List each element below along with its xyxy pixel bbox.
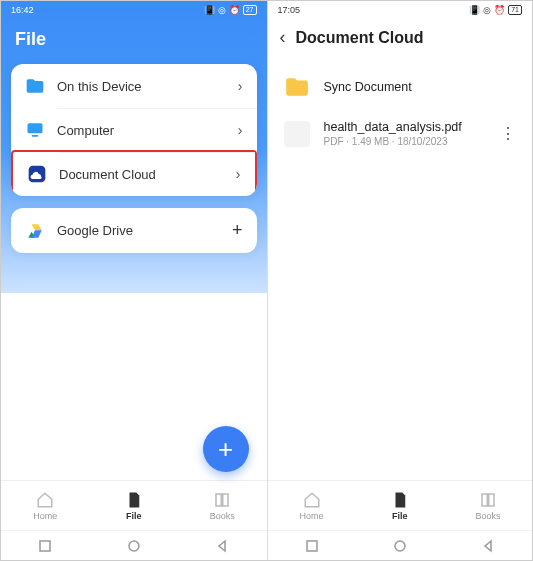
row-on-this-device[interactable]: On this Device › xyxy=(11,64,257,108)
battery-badge: 27 xyxy=(243,5,257,15)
file-icon xyxy=(391,491,409,509)
tab-books[interactable]: Books xyxy=(178,481,267,530)
bottom-tabs: Home File Books xyxy=(1,480,267,530)
nav-recent-button[interactable] xyxy=(38,539,52,553)
tab-home[interactable]: Home xyxy=(268,481,356,530)
tab-label: Home xyxy=(33,511,57,521)
empty-space xyxy=(268,161,533,480)
gdrive-card: Google Drive + xyxy=(11,208,257,253)
row-file-pdf[interactable]: health_data_analysis.pdf PDF · 1.49 MB ·… xyxy=(268,110,533,157)
status-icons: 📳 ◎ ⏰ 27 xyxy=(204,5,257,15)
alarm-icon: ⏰ xyxy=(229,5,240,15)
android-nav-bar xyxy=(1,530,267,560)
item-name: Sync Document xyxy=(324,80,517,94)
status-bar: 16:42 📳 ◎ ⏰ 27 xyxy=(1,1,267,19)
svg-marker-5 xyxy=(32,230,42,238)
svg-rect-0 xyxy=(28,123,43,133)
row-document-cloud[interactable]: Document Cloud › xyxy=(11,150,257,196)
header-gradient: 16:42 📳 ◎ ⏰ 27 File On this Device › xyxy=(1,1,267,293)
status-bar: 17:05 📳 ◎ ⏰ 71 xyxy=(268,1,533,19)
tab-label: File xyxy=(392,511,408,521)
header-row: ‹ Document Cloud xyxy=(268,19,533,60)
row-label: On this Device xyxy=(57,79,226,94)
more-button[interactable]: ⋮ xyxy=(500,124,516,143)
row-computer[interactable]: Computer › xyxy=(11,108,257,152)
vibrate-icon: 📳 xyxy=(204,5,215,15)
chevron-right-icon: › xyxy=(238,78,243,94)
clock-text: 17:05 xyxy=(278,5,301,15)
storage-card: On this Device › Computer › Document Clo… xyxy=(11,64,257,196)
file-meta: PDF · 1.49 MB · 18/10/2023 xyxy=(324,136,487,147)
home-icon xyxy=(303,491,321,509)
books-icon xyxy=(479,491,497,509)
page-title: Document Cloud xyxy=(296,29,424,47)
computer-icon xyxy=(25,120,45,140)
file-icon xyxy=(125,491,143,509)
chevron-right-icon: › xyxy=(236,166,241,182)
chevron-right-icon: › xyxy=(238,122,243,138)
tab-label: File xyxy=(126,511,142,521)
phone-left: 16:42 📳 ◎ ⏰ 27 File On this Device › xyxy=(1,1,267,560)
svg-point-7 xyxy=(129,541,139,551)
plus-icon: + xyxy=(218,436,233,462)
folder-icon xyxy=(25,76,45,96)
row-label: Google Drive xyxy=(57,223,220,238)
svg-rect-1 xyxy=(32,135,39,137)
alarm-icon: ⏰ xyxy=(494,5,505,15)
row-label: Computer xyxy=(57,123,226,138)
svg-point-9 xyxy=(395,541,405,551)
cloud-icon xyxy=(27,164,47,184)
svg-rect-6 xyxy=(40,541,50,551)
nav-home-button[interactable] xyxy=(127,539,141,553)
fab-add-button[interactable]: + xyxy=(203,426,249,472)
phone-right: 17:05 📳 ◎ ⏰ 71 ‹ Document Cloud Sync Doc… xyxy=(267,1,533,560)
tab-label: Home xyxy=(300,511,324,521)
wifi-icon: ◎ xyxy=(483,5,491,15)
row-sync-document[interactable]: Sync Document xyxy=(268,64,533,110)
pdf-thumb-icon xyxy=(284,121,310,147)
clock-text: 16:42 xyxy=(11,5,34,15)
tab-label: Books xyxy=(475,511,500,521)
tab-books[interactable]: Books xyxy=(444,481,532,530)
plus-icon: + xyxy=(232,220,243,241)
books-icon xyxy=(213,491,231,509)
tab-home[interactable]: Home xyxy=(1,481,90,530)
google-drive-icon xyxy=(25,221,45,241)
bottom-tabs: Home File Books xyxy=(268,480,533,530)
svg-rect-8 xyxy=(307,541,317,551)
battery-badge: 71 xyxy=(508,5,522,15)
wifi-icon: ◎ xyxy=(218,5,226,15)
status-icons: 📳 ◎ ⏰ 71 xyxy=(469,5,522,15)
nav-recent-button[interactable] xyxy=(305,539,319,553)
back-button[interactable]: ‹ xyxy=(280,27,286,48)
nav-back-button[interactable] xyxy=(481,539,495,553)
nav-back-button[interactable] xyxy=(215,539,229,553)
row-label: Document Cloud xyxy=(59,167,224,182)
page-title: File xyxy=(1,19,267,64)
row-google-drive[interactable]: Google Drive + xyxy=(11,208,257,253)
tab-file[interactable]: File xyxy=(356,481,444,530)
file-name: health_data_analysis.pdf xyxy=(324,120,487,134)
android-nav-bar xyxy=(268,530,533,560)
vibrate-icon: 📳 xyxy=(469,5,480,15)
svg-marker-4 xyxy=(32,224,42,230)
folder-icon xyxy=(284,74,310,100)
tab-label: Books xyxy=(210,511,235,521)
tab-file[interactable]: File xyxy=(90,481,179,530)
nav-home-button[interactable] xyxy=(393,539,407,553)
home-icon xyxy=(36,491,54,509)
file-list: Sync Document health_data_analysis.pdf P… xyxy=(268,60,533,161)
